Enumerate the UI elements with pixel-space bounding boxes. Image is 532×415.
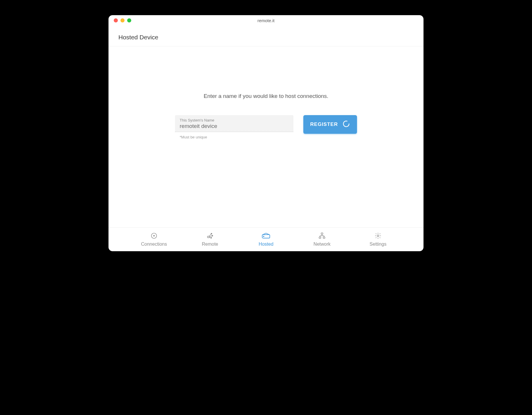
name-input[interactable] bbox=[180, 123, 289, 129]
prompt-text: Enter a name if you would like to host c… bbox=[204, 93, 328, 99]
nav-label: Network bbox=[314, 242, 331, 247]
titlebar: remote.it bbox=[108, 15, 424, 26]
name-field-wrap: This System's Name *Must be unique bbox=[175, 115, 293, 139]
network-icon bbox=[318, 232, 326, 240]
close-icon[interactable] bbox=[114, 18, 118, 22]
zoom-icon[interactable] bbox=[127, 18, 131, 22]
hosted-icon bbox=[262, 232, 270, 240]
name-field-label: This System's Name bbox=[180, 118, 289, 122]
spinner-icon bbox=[342, 120, 350, 129]
connections-icon bbox=[150, 232, 158, 240]
nav-label: Hosted bbox=[259, 242, 274, 247]
gear-icon bbox=[374, 232, 382, 240]
register-button-label: REGISTER bbox=[310, 122, 338, 127]
svg-point-2 bbox=[207, 236, 209, 238]
nav-network[interactable]: Network bbox=[304, 232, 340, 247]
nav-connections[interactable]: Connections bbox=[136, 232, 172, 247]
svg-rect-12 bbox=[319, 237, 321, 238]
nav-label: Connections bbox=[141, 242, 167, 247]
minimize-icon[interactable] bbox=[120, 18, 125, 22]
app-window: remote.it Hosted Device Enter a name if … bbox=[108, 15, 424, 251]
nav-settings[interactable]: Settings bbox=[360, 232, 396, 247]
svg-point-10 bbox=[263, 236, 264, 236]
nav-hosted[interactable]: Hosted bbox=[249, 232, 284, 247]
name-field-helper: *Must be unique bbox=[175, 132, 293, 139]
nav-label: Settings bbox=[370, 242, 386, 247]
page-title: Hosted Device bbox=[108, 26, 424, 46]
svg-rect-11 bbox=[321, 233, 323, 234]
svg-point-4 bbox=[212, 235, 213, 236]
nav-remote[interactable]: Remote bbox=[192, 232, 228, 247]
register-form: This System's Name *Must be unique REGIS… bbox=[175, 115, 357, 139]
svg-point-5 bbox=[211, 237, 211, 238]
nav-label: Remote bbox=[202, 242, 218, 247]
name-field[interactable]: This System's Name bbox=[175, 115, 293, 132]
window-title: remote.it bbox=[108, 18, 424, 23]
svg-point-1 bbox=[153, 235, 154, 236]
bottom-nav: Connections Remote bbox=[108, 227, 424, 251]
main-content: Enter a name if you would like to host c… bbox=[108, 46, 424, 227]
window-controls bbox=[108, 18, 131, 22]
svg-rect-13 bbox=[323, 237, 325, 238]
svg-point-18 bbox=[377, 235, 379, 237]
register-button[interactable]: REGISTER bbox=[303, 115, 357, 134]
svg-line-8 bbox=[209, 238, 211, 238]
remote-icon bbox=[206, 232, 214, 240]
